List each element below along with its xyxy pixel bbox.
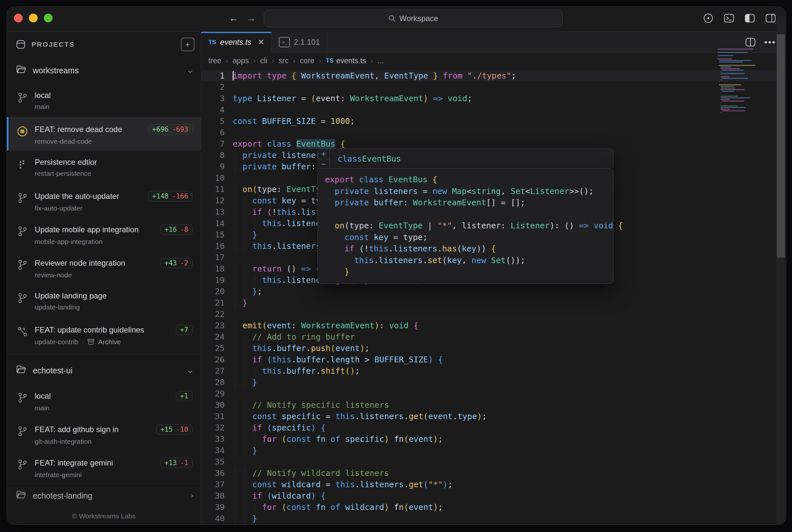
- code-token: }: [252, 230, 257, 240]
- code-token: , listener:: [452, 221, 511, 230]
- line-number: 12: [201, 195, 233, 206]
- code-token: listeners: [379, 255, 423, 265]
- code-line[interactable]: 36 // Notify wildcard listeners: [201, 468, 786, 479]
- code-line[interactable]: 5const BUFFER_SIZE = 1000;: [201, 115, 786, 127]
- more-dots-icon[interactable]: •••: [765, 37, 776, 48]
- code-line[interactable]: 28 }: [201, 377, 786, 388]
- sidebar-item[interactable]: Update mobile app integration+16-8mobile…: [7, 217, 201, 251]
- forward-arrow-icon[interactable]: →: [244, 11, 259, 26]
- code-line[interactable]: 23 emit(event: WorkstreamEvent): void {: [201, 320, 786, 331]
- folder-row-workstreams[interactable]: workstreams⌄: [7, 59, 201, 82]
- archive-label[interactable]: Archive: [98, 338, 121, 346]
- workspace-search-input[interactable]: Workspace: [264, 10, 563, 27]
- code-line[interactable]: 24 // Add to ring buffer: [201, 331, 786, 343]
- code-line[interactable]: 37 const wildcard = this.listeners.get("…: [201, 479, 786, 490]
- breadcrumb-item[interactable]: ...: [377, 56, 384, 65]
- code-line[interactable]: 35: [201, 456, 786, 468]
- workstream-title: Update mobile app integration: [35, 225, 139, 234]
- code-token: ): (): [550, 221, 579, 230]
- code-line[interactable]: 34 }: [201, 445, 786, 456]
- sidebar-item[interactable]: FEAT: integrate gemini+13-1intefrate-gem…: [7, 451, 201, 484]
- sidebar-item[interactable]: Reviewer node integration+43-2review-nod…: [7, 251, 201, 284]
- terminal-icon[interactable]: [722, 11, 736, 26]
- sidebar-item[interactable]: FEAT: remove dead code+696-693remove-dea…: [7, 117, 201, 151]
- panel-left-filled-icon[interactable]: [742, 11, 757, 26]
- split-editor-icon[interactable]: [745, 37, 756, 48]
- code-token: [233, 321, 242, 330]
- add-project-button[interactable]: +: [181, 38, 195, 51]
- code-line[interactable]: 25 this.buffer.push(event);: [201, 343, 786, 354]
- panel-right-icon[interactable]: [763, 11, 778, 26]
- close-tab-icon[interactable]: ✕: [258, 38, 264, 47]
- code-line[interactable]: 29: [201, 388, 786, 399]
- branch-label: restart-persistence: [35, 170, 91, 177]
- back-arrow-icon[interactable]: ←: [226, 11, 241, 26]
- indent-guide: [245, 343, 245, 354]
- code-line[interactable]: 31 const specific = this.listeners.get(e…: [201, 411, 786, 422]
- code-line[interactable]: 7export class EventBus {: [201, 138, 786, 150]
- sidebar-item[interactable]: Update landing pageupdate-landing: [7, 284, 201, 318]
- sidebar-item[interactable]: Persistence edtiorrestart-persistence: [7, 151, 201, 184]
- record-dot-icon[interactable]: [701, 11, 716, 26]
- diff-badge: +13-1: [160, 458, 192, 468]
- sidebar-item[interactable]: Update the auto-updater+148-166fix-auto-…: [7, 184, 201, 217]
- code-line[interactable]: 2: [201, 81, 786, 93]
- chevron-down-icon[interactable]: ⌄: [186, 66, 195, 75]
- code-token: .: [355, 480, 360, 489]
- code-line[interactable]: 4: [201, 104, 786, 115]
- code-token: if: [252, 207, 262, 217]
- breadcrumb-item[interactable]: events.ts: [336, 56, 366, 65]
- code-line[interactable]: 6: [201, 127, 786, 138]
- diff-added: +7: [180, 326, 188, 334]
- code-token: [233, 264, 252, 273]
- breadcrumb-item[interactable]: apps: [233, 56, 249, 65]
- code-token: specific: [345, 434, 384, 444]
- sidebar-item[interactable]: local+1main: [7, 384, 201, 417]
- sidebar-item[interactable]: FEAT: add github sign in+15-10git-auth-i…: [7, 417, 201, 451]
- folder-row-partial[interactable]: echotest-landing›: [7, 491, 201, 500]
- branch-name: mobile-app-integration: [35, 238, 192, 246]
- code-line[interactable]: 1import type { WorkstreamEvent, EventTyp…: [201, 70, 786, 81]
- folder-row-echotest-ui[interactable]: echotest-ui⌄: [7, 359, 201, 382]
- code-line[interactable]: 3type Listener = (event: WorkstreamEvent…: [201, 93, 786, 104]
- close-window-button[interactable]: [14, 14, 23, 22]
- breadcrumb-separator: ›: [319, 57, 321, 64]
- code-token: .: [423, 255, 427, 265]
- code-line[interactable]: 40 }: [201, 513, 786, 524]
- code-line[interactable]: 39 for (const fn of wildcard) fn(event);: [201, 501, 786, 513]
- code-line[interactable]: 27 this.buffer.shift();: [201, 365, 786, 377]
- code-line[interactable]: 30 // Notify specific listeners: [201, 399, 786, 411]
- code-editor[interactable]: 1import type { WorkstreamEvent, EventTyp…: [201, 68, 786, 525]
- zoom-window-button[interactable]: [44, 14, 53, 22]
- code-line[interactable]: 33 for (const fn of specific) fn(event);: [201, 433, 786, 445]
- tab-events-ts[interactable]: TS events.ts ✕: [201, 32, 272, 53]
- breadcrumb-item[interactable]: cli: [260, 56, 268, 65]
- code-token: this: [354, 255, 374, 265]
- vertical-scrollbar[interactable]: [776, 16, 785, 525]
- code-line[interactable]: 22: [201, 308, 786, 320]
- popup-expand-button[interactable]: +: [318, 149, 329, 159]
- breadcrumb-item[interactable]: core: [300, 56, 315, 65]
- code-line[interactable]: 26 if (this.buffer.length > BUFFER_SIZE)…: [201, 354, 786, 365]
- code-line[interactable]: 20 };: [201, 286, 786, 297]
- chevron-down-icon[interactable]: ⌄: [186, 366, 195, 375]
- scrollbar-thumb[interactable]: [777, 34, 785, 258]
- tab-terminal[interactable]: >_ 2.1.101: [272, 32, 327, 53]
- line-number: 28: [201, 377, 233, 388]
- diff-badge: +43-2: [160, 258, 192, 268]
- sidebar-item[interactable]: FEAT: update contrib guidelines+7update-…: [7, 318, 201, 351]
- popup-collapse-button[interactable]: −: [318, 159, 329, 169]
- code-line[interactable]: 21 }: [201, 297, 786, 308]
- minimize-window-button[interactable]: [29, 14, 38, 22]
- indent-guide: [235, 377, 235, 388]
- code-line-text: // Notify specific listeners: [233, 399, 389, 411]
- popup-title: class EventBus: [330, 149, 401, 168]
- sidebar-item[interactable]: localmain: [7, 84, 201, 117]
- breadcrumb-item[interactable]: src: [278, 56, 289, 65]
- minimap[interactable]: [718, 49, 760, 114]
- popup-code-line: if (!this.listeners.has(key)) {: [325, 243, 611, 255]
- code-token: [428, 71, 433, 80]
- code-line[interactable]: 38 if (wildcard) {: [201, 490, 786, 501]
- code-line[interactable]: 32 if (specific) {: [201, 422, 786, 433]
- breadcrumb-item[interactable]: tree: [208, 56, 221, 65]
